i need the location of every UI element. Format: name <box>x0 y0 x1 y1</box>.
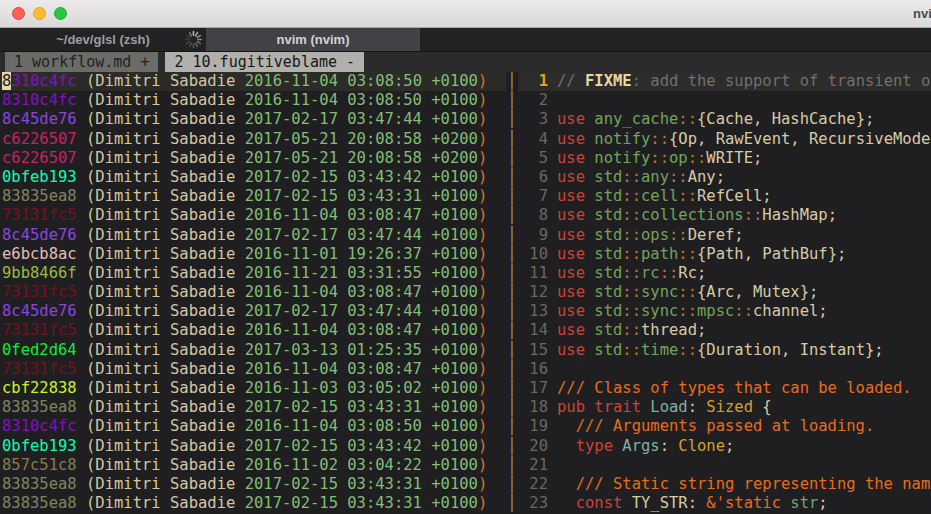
commit-author: (Dimitri Sabadie <box>77 302 245 320</box>
code-line[interactable]: 1// FIXME: add the support of transient … <box>518 72 931 91</box>
blame-row[interactable]: 9bb8466f (Dimitri Sabadie 2016-11-21 03:… <box>0 264 506 283</box>
code-line[interactable]: 20 type Args: Clone; <box>518 437 931 456</box>
code-token: :: <box>660 264 679 282</box>
code-line[interactable]: 6use std::any::Any; <box>518 168 931 187</box>
code-line[interactable]: 23 const TY_STR: &'static str; <box>518 494 931 513</box>
line-number: 3 <box>518 110 548 129</box>
code-token: :: <box>669 168 688 186</box>
vim-tab-workflow-label: 1 workflow.md + <box>14 53 149 71</box>
code-pane[interactable]: 1// FIXME: add the support of transient … <box>518 72 931 514</box>
split-bar-glyph: │ <box>506 475 518 494</box>
code-token: :: <box>688 149 707 167</box>
commit-hash: 8c45de76 <box>2 110 77 128</box>
code-line[interactable]: 17/// Class of types that can be loaded. <box>518 379 931 398</box>
code-line[interactable]: 14use std::thread; <box>518 321 931 340</box>
close-paren: ) <box>478 321 487 339</box>
blame-row[interactable]: c6226507 (Dimitri Sabadie 2017-05-21 20:… <box>0 130 506 149</box>
code-line[interactable]: 3use any_cache::{Cache, HashCache}; <box>518 110 931 129</box>
blame-row[interactable]: 0bfeb193 (Dimitri Sabadie 2017-02-15 03:… <box>0 168 506 187</box>
blame-row[interactable]: 857c51c8 (Dimitri Sabadie 2016-11-02 03:… <box>0 456 506 475</box>
vim-tabline: 1 workflow.md + 2 10.fugitiveblame - <box>0 52 931 72</box>
close-paren: ) <box>478 168 487 186</box>
blame-row[interactable]: 8c45de76 (Dimitri Sabadie 2017-02-17 03:… <box>0 302 506 321</box>
blame-row[interactable]: cbf22838 (Dimitri Sabadie 2016-11-03 03:… <box>0 379 506 398</box>
code-line[interactable]: 10use std::path::{Path, PathBuf}; <box>518 245 931 264</box>
blame-row[interactable]: 0fed2d64 (Dimitri Sabadie 2017-03-13 01:… <box>0 341 506 360</box>
terminal-tab-nvim[interactable]: nvim (nvim) <box>206 28 420 51</box>
code-line[interactable]: 11use std::rc::Rc; <box>518 264 931 283</box>
code-token: sync <box>641 283 678 301</box>
blame-row[interactable]: c6226507 (Dimitri Sabadie 2017-05-21 20:… <box>0 149 506 168</box>
code-line[interactable]: 18pub trait Load: Sized { <box>518 398 931 417</box>
code-line[interactable]: 7use std::cell::RefCell; <box>518 187 931 206</box>
code-token: /// Static string representing the nam <box>557 475 930 493</box>
commit-author: (Dimitri Sabadie <box>77 187 245 205</box>
code-token: ; <box>725 437 734 455</box>
blame-pane[interactable]: 8310c4fc (Dimitri Sabadie 2016-11-04 03:… <box>0 72 506 514</box>
code-line[interactable]: 5use notify::op::WRITE; <box>518 149 931 168</box>
line-number: 20 <box>518 437 548 456</box>
terminal-tab-nvim-label: nvim (nvim) <box>277 32 350 47</box>
blame-row[interactable]: 73131fc5 (Dimitri Sabadie 2016-11-04 03:… <box>0 206 506 225</box>
pane-separator[interactable]: │││││││││││││││││││││││ <box>506 72 518 514</box>
blame-row[interactable]: 8310c4fc (Dimitri Sabadie 2016-11-04 03:… <box>0 72 506 91</box>
code-line[interactable]: 2 <box>518 91 931 110</box>
code-token: str <box>790 494 818 512</box>
commit-author: (Dimitri Sabadie <box>77 264 245 282</box>
close-paren: ) <box>478 245 487 263</box>
zoom-button[interactable] <box>54 7 67 20</box>
code-token: use <box>557 130 594 148</box>
code-line[interactable]: 12use std::sync::{Arc, Mutex}; <box>518 283 931 302</box>
line-number: 10 <box>518 245 548 264</box>
code-line[interactable]: 21 <box>518 456 931 475</box>
close-button[interactable] <box>12 7 25 20</box>
blame-row[interactable]: 73131fc5 (Dimitri Sabadie 2016-11-04 03:… <box>0 360 506 379</box>
close-paren: ) <box>478 360 487 378</box>
blame-row[interactable]: 8c45de76 (Dimitri Sabadie 2017-02-17 03:… <box>0 110 506 129</box>
split-bar-glyph: │ <box>506 149 518 168</box>
blame-row[interactable]: e6bcb8ac (Dimitri Sabadie 2016-11-01 19:… <box>0 245 506 264</box>
code-line[interactable]: 4use notify::{Op, RawEvent, RecursiveMod… <box>518 130 931 149</box>
line-number: 19 <box>518 417 548 436</box>
code-line[interactable]: 9use std::ops::Deref; <box>518 226 931 245</box>
blame-row[interactable]: 8310c4fc (Dimitri Sabadie 2016-11-04 03:… <box>0 91 506 110</box>
code-line[interactable]: 22 /// Static string representing the na… <box>518 475 931 494</box>
split-bar-glyph: │ <box>506 302 518 321</box>
line-number: 1 <box>518 72 548 91</box>
close-paren: ) <box>478 130 487 148</box>
window-title: nvim <box>913 6 931 21</box>
split-bar-glyph: │ <box>506 437 518 456</box>
commit-datetime: 2017-02-17 03:47:44 +0100 <box>245 110 478 128</box>
blame-row[interactable]: 8c45de76 (Dimitri Sabadie 2017-02-17 03:… <box>0 226 506 245</box>
line-number: 16 <box>518 360 548 379</box>
blame-row[interactable]: 83835ea8 (Dimitri Sabadie 2017-02-15 03:… <box>0 187 506 206</box>
terminal-tabbar: ~/dev/glsl (zsh) nvi <box>0 28 931 52</box>
blame-row[interactable]: 83835ea8 (Dimitri Sabadie 2017-02-15 03:… <box>0 398 506 417</box>
blame-row[interactable]: 83835ea8 (Dimitri Sabadie 2017-02-15 03:… <box>0 475 506 494</box>
terminal-tab-zsh[interactable]: ~/dev/glsl (zsh) <box>0 28 206 51</box>
blame-row[interactable]: 0bfeb193 (Dimitri Sabadie 2017-02-15 03:… <box>0 437 506 456</box>
blame-row[interactable]: 73131fc5 (Dimitri Sabadie 2016-11-04 03:… <box>0 283 506 302</box>
code-line[interactable]: 13use std::sync::mpsc::channel; <box>518 302 931 321</box>
code-line[interactable]: 16 <box>518 360 931 379</box>
blame-row[interactable]: 8310c4fc (Dimitri Sabadie 2016-11-04 03:… <box>0 417 506 436</box>
code-token <box>557 437 576 455</box>
code-token: notify <box>594 149 650 167</box>
blame-row[interactable]: 73131fc5 (Dimitri Sabadie 2016-11-04 03:… <box>0 321 506 340</box>
commit-author: (Dimitri Sabadie <box>77 206 245 224</box>
commit-datetime: 2016-11-21 03:31:55 +0100 <box>245 264 478 282</box>
code-line[interactable]: 15use std::time::{Duration, Instant}; <box>518 341 931 360</box>
vim-tab-workflow[interactable]: 1 workflow.md + <box>5 52 158 72</box>
code-token: use <box>557 283 594 301</box>
vim-tab-fugitiveblame[interactable]: 2 10.fugitiveblame - <box>165 52 364 72</box>
code-token: // <box>557 72 585 90</box>
code-line[interactable]: 8use std::collections::HashMap; <box>518 206 931 225</box>
code-token: collections <box>641 206 744 224</box>
code-line[interactable]: 19 /// Arguments passed at loading. <box>518 417 931 436</box>
blame-row[interactable]: 83835ea8 (Dimitri Sabadie 2017-02-15 03:… <box>0 494 506 513</box>
commit-hash: 83835ea8 <box>2 187 77 205</box>
close-paren: ) <box>478 437 487 455</box>
commit-hash: 83835ea8 <box>2 398 77 416</box>
minimize-button[interactable] <box>33 7 46 20</box>
code-token: {Op, RawEvent, RecursiveMode <box>669 130 930 148</box>
